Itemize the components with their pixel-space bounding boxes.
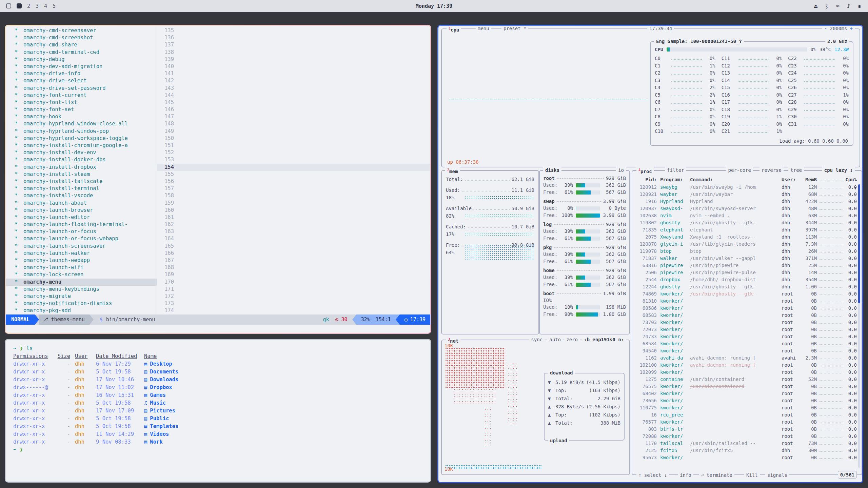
file-list-item[interactable]: *omarchy-install-dropbox: [6, 164, 157, 171]
process-row[interactable]: 2506 pipewire /usr/bin/pipewire-pulse dh…: [636, 269, 857, 276]
file-list-item[interactable]: *omarchy-menu-keybindings: [6, 286, 157, 293]
file-list-item[interactable]: *omarchy-lock-screen: [6, 271, 157, 278]
net-box-title[interactable]: 3net: [446, 336, 460, 343]
process-row[interactable]: 1162 avahi-da avahi-daemon: running [ av…: [636, 354, 857, 362]
per-core-toggle[interactable]: per-core: [726, 167, 753, 174]
mem-box-title[interactable]: 2mem: [445, 167, 460, 174]
code-area[interactable]: 135 case $(menu "Toggle" "▢ Screensaver\…: [157, 27, 430, 314]
signals-button[interactable]: signals: [765, 472, 789, 479]
process-row[interactable]: 68586 kworker/ root 0B 0.0: [636, 305, 857, 312]
process-row[interactable]: 120937 swayosd- /usr/bin/swayosd-server …: [636, 205, 857, 212]
keyboard-icon[interactable]: ⌨: [836, 3, 839, 9]
process-row[interactable]: 81310 kworker/ root 0B 0.0: [636, 298, 857, 305]
file-list-item[interactable]: *omarchy-install-dev-env: [6, 149, 157, 156]
process-row[interactable]: 71835 elephant elephant dhh 397M 0.0: [636, 226, 857, 233]
process-row[interactable]: 1170 tailscal /usr/sbin/tailscaled -- ro…: [636, 440, 857, 447]
file-list-item[interactable]: *omarchy-drive-info: [6, 70, 157, 77]
file-list-item[interactable]: *omarchy-install-tailscale: [6, 178, 157, 185]
select-hint[interactable]: ↑ select ↓: [636, 472, 669, 479]
process-row[interactable]: 120878 glycin-i /usr/lib/glycin-loaders …: [636, 241, 857, 248]
file-list-item[interactable]: *omarchy-launch-or-focus-webapp: [6, 235, 157, 242]
file-list-item[interactable]: *omarchy-install-vscode: [6, 192, 157, 199]
file-list-item[interactable]: *omarchy-install-steam: [6, 171, 157, 178]
preset-button[interactable]: preset *: [501, 26, 528, 32]
cpu-box-title[interactable]: 1cpu: [447, 26, 461, 32]
file-list-item[interactable]: *omarchy-install-terminal: [6, 185, 157, 192]
process-row[interactable]: 63816 pipewire /usr/bin/pipewire dhh 25M…: [636, 262, 857, 269]
process-row[interactable]: 74869 kworker/ /usr/bin/ghostty --gtk- r…: [636, 290, 857, 298]
disks-box-title[interactable]: disks: [543, 167, 561, 174]
process-row[interactable]: 16 rcu_pree root 0B 0.0: [636, 411, 857, 419]
process-row[interactable]: 71837 walker /usr/bin/walker --gappl dhh…: [636, 255, 857, 262]
process-row[interactable]: 76577 kworker/ root 0B 0.0: [636, 419, 857, 426]
file-list-item[interactable]: *omarchy-launch-floating-terminal-: [6, 221, 157, 228]
reverse-toggle[interactable]: reverse: [760, 167, 784, 174]
file-list-item[interactable]: *omarchy-install-chromium-google-a: [6, 142, 157, 149]
kill-button[interactable]: Kill: [744, 472, 760, 479]
file-list-item[interactable]: *omarchy-cmd-terminal-cwd: [6, 49, 157, 56]
process-row[interactable]: 73703 kworker/ root 0B 0.0: [636, 319, 857, 326]
process-row[interactable]: 95673 kworker/ root 0B 0.0: [636, 454, 857, 461]
file-list-item[interactable]: *omarchy-launch-or-focus: [6, 228, 157, 235]
net-sync-toggle[interactable]: sync: [529, 336, 545, 343]
process-row[interactable]: 110775 kworker/ root 0B 0.0: [636, 404, 857, 411]
header-program[interactable]: Program:: [657, 176, 690, 184]
process-row[interactable]: 68583 kworker/ root 0B 0.0: [636, 312, 857, 319]
file-list-item[interactable]: *omarchy-drive-set-password: [6, 85, 157, 92]
process-row[interactable]: 73656 kworker/ root 0B 0.0: [636, 397, 857, 404]
sort-selector[interactable]: cpu lazy ↕: [822, 167, 855, 174]
header-pid[interactable]: Pid:: [636, 176, 657, 184]
file-list-item[interactable]: *omarchy-menu: [6, 279, 157, 286]
net-interface[interactable]: ‹b enp191s0 n›: [582, 336, 626, 343]
terminal-content[interactable]: ~❯ls Permissions Size User Date Modified…: [6, 340, 430, 459]
net-auto-toggle[interactable]: auto: [547, 336, 563, 343]
process-row[interactable]: 72073 kworker/ root 0B 0.0: [636, 326, 857, 333]
proc-box-title[interactable]: 4proc: [636, 167, 654, 174]
process-row[interactable]: 68584 kworker/ root 0B 0.0: [636, 340, 857, 347]
command-line[interactable]: [6, 325, 430, 333]
net-zero-toggle[interactable]: zero: [564, 336, 580, 343]
process-row[interactable]: 119078 btop btop dhh 26M 0.0: [636, 248, 857, 255]
process-row[interactable]: 102638 nvim nvim --embed . dhh 63M 0.0: [636, 212, 857, 219]
file-list-item[interactable]: *omarchy-font-set: [6, 106, 157, 113]
process-row[interactable]: 76575 kworker/ /usr/bin/containerd root …: [636, 383, 857, 390]
process-row[interactable]: 12244 ghostty /usr/bin/ghostty --gtk- dh…: [636, 283, 857, 290]
update-interval[interactable]: - 2000ms +: [822, 26, 855, 32]
settings-icon[interactable]: ✱: [858, 3, 861, 9]
io-toggle[interactable]: io: [616, 167, 626, 174]
file-list-item[interactable]: *omarchy-launch-walker: [6, 250, 157, 257]
process-row[interactable]: 1916 Hyprland Hyprland dhh 422M 0.0: [636, 198, 857, 205]
file-list-item[interactable]: *omarchy-hyprland-workspace-toggle: [6, 135, 157, 142]
interval-minus[interactable]: -: [824, 26, 827, 31]
process-row[interactable]: 120921 waybar /usr/bin/waybar dhh 68M 0.…: [636, 191, 857, 198]
process-row[interactable]: 102099 kworker/ root 0B 0.0: [636, 369, 857, 376]
tree-toggle[interactable]: tree: [788, 167, 804, 174]
header-cpu[interactable]: Cpu% ↑: [845, 176, 857, 184]
file-list-item[interactable]: *omarchy-hook: [6, 113, 157, 120]
process-row[interactable]: 2075 Xwayland Xwayland :1 -rootless - dh…: [636, 233, 857, 241]
file-list-item[interactable]: *omarchy-dev-add-migration: [6, 63, 157, 70]
file-list-item[interactable]: *omarchy-font-list: [6, 99, 157, 106]
file-list-item[interactable]: *omarchy-hyprland-window-pop: [6, 128, 157, 135]
filter-button[interactable]: filter: [665, 167, 686, 174]
header-user[interactable]: User:: [782, 176, 801, 184]
file-list-item[interactable]: *omarchy-cmd-screensaver: [6, 27, 157, 34]
file-list-item[interactable]: *omarchy-launch-screensaver: [6, 243, 157, 250]
file-list-item[interactable]: *omarchy-launch-about: [6, 200, 157, 207]
process-row[interactable]: 102100 kworker/ avahi-daemon: running [ …: [636, 362, 857, 369]
process-row[interactable]: 1275 containe /usr/bin/containerd root 5…: [636, 376, 857, 383]
terminate-button[interactable]: ⏎ terminate: [699, 472, 734, 479]
file-list-item[interactable]: *omarchy-launch-editor: [6, 214, 157, 221]
file-list-item[interactable]: *omarchy-drive-select: [6, 77, 157, 84]
file-list-item[interactable]: *omarchy-cmd-share: [6, 41, 157, 48]
process-row[interactable]: 94540 kworker/ root 0B 0.0: [636, 347, 857, 354]
file-list-item[interactable]: *omarchy-launch-browser: [6, 207, 157, 214]
file-list-item[interactable]: *omarchy-launch-wifi: [6, 264, 157, 271]
bluetooth-icon[interactable]: ᛒ: [825, 3, 828, 9]
header-command[interactable]: Command:: [690, 176, 782, 184]
file-list-item[interactable]: *omarchy-install-docker-dbs: [6, 156, 157, 163]
process-row[interactable]: 72088 kworker/ root 0B 0.0: [636, 433, 857, 440]
file-list-item[interactable]: *omarchy-hyprland-window-close-all: [6, 120, 157, 127]
process-row[interactable]: 120912 swaybg /usr/bin/swaybg -i /hom dh…: [636, 184, 857, 191]
file-list-item[interactable]: *omarchy-notification-dismiss: [6, 300, 157, 307]
